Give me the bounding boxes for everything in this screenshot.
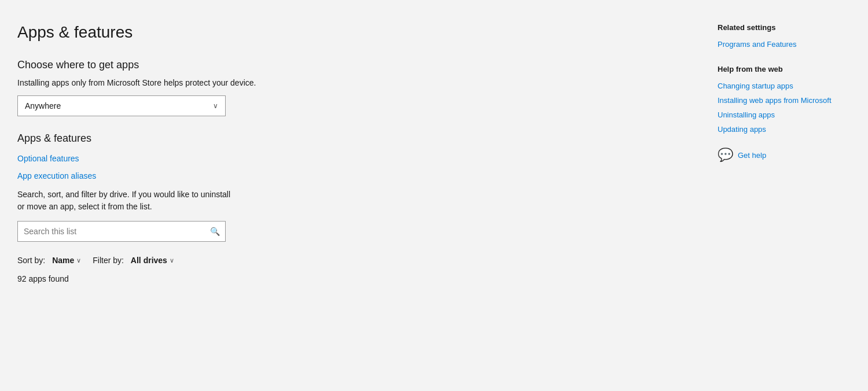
content-area: Apps & features Choose where to get apps… (0, 0, 376, 391)
related-settings-title: Related settings (718, 23, 851, 32)
chevron-down-icon: ∨ (213, 102, 218, 110)
page-title: Apps & features (17, 23, 347, 42)
search-input[interactable] (17, 221, 226, 242)
sidebar-right: Related settings Programs and Features H… (706, 0, 868, 391)
get-help-link[interactable]: Get help (738, 151, 766, 160)
apps-features-heading: Apps & features (17, 132, 347, 145)
filter-by-dropdown[interactable]: Filter by: All drives ∨ (93, 256, 174, 265)
help-link-updating-apps[interactable]: Updating apps (718, 125, 851, 134)
spacer (376, 0, 706, 391)
sort-by-dropdown[interactable]: Sort by: Name ∨ (17, 256, 81, 265)
optional-features-link[interactable]: Optional features (17, 154, 347, 163)
filter-by-label: Filter by: (93, 256, 124, 265)
help-link-uninstalling-apps[interactable]: Uninstalling apps (718, 110, 851, 119)
get-help-row: 💬 Get help (718, 147, 851, 163)
sort-filter-row: Sort by: Name ∨ Filter by: All drives ∨ (17, 256, 347, 265)
programs-and-features-link[interactable]: Programs and Features (718, 40, 851, 49)
choose-description: Installing apps only from Microsoft Stor… (17, 78, 347, 87)
sort-by-label: Sort by: (17, 256, 45, 265)
main-container: Apps & features Choose where to get apps… (0, 0, 868, 391)
search-sort-description: Search, sort, and filter by drive. If yo… (17, 189, 237, 213)
search-box-container: 🔍 (17, 221, 226, 242)
filter-chevron-icon: ∨ (170, 257, 174, 264)
apps-found-text: 92 apps found (17, 274, 347, 283)
sort-by-value: Name (52, 256, 74, 265)
sort-chevron-icon: ∨ (76, 257, 81, 264)
app-execution-aliases-link[interactable]: App execution aliases (17, 171, 347, 180)
get-help-icon: 💬 (718, 147, 733, 163)
choose-heading: Choose where to get apps (17, 59, 347, 71)
help-from-web-title: Help from the web (718, 65, 851, 73)
dropdown-selected-value: Anywhere (25, 101, 61, 110)
filter-by-value: All drives (131, 256, 167, 265)
help-link-installing-web-apps[interactable]: Installing web apps from Microsoft (718, 96, 851, 105)
install-source-dropdown[interactable]: Anywhere ∨ (17, 95, 226, 116)
help-link-changing-startup-apps[interactable]: Changing startup apps (718, 82, 851, 90)
